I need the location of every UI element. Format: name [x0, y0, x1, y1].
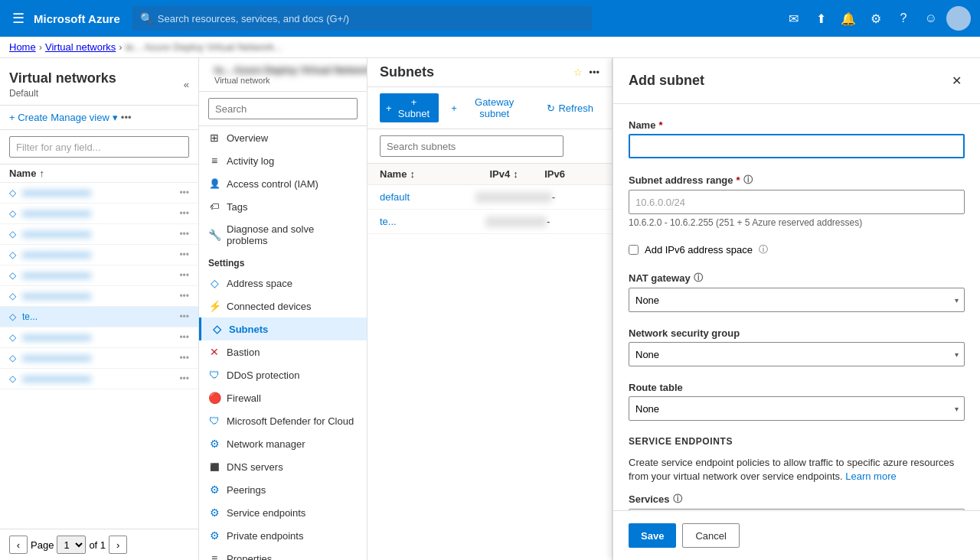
refresh-button[interactable]: ↻ Refresh: [541, 99, 599, 117]
global-search[interactable]: 🔍: [132, 6, 592, 31]
create-button[interactable]: + Create: [9, 112, 47, 123]
nav-item-peerings[interactable]: ⚙ Peerings: [199, 478, 367, 501]
cancel-button[interactable]: Cancel: [682, 523, 739, 548]
info-icon[interactable]: ⓘ: [673, 493, 682, 506]
list-item-active[interactable]: ◇ te... •••: [0, 307, 198, 327]
private-endpoints-icon: ⚙: [208, 529, 220, 542]
list-item-more[interactable]: •••: [179, 353, 189, 363]
feedback-icon[interactable]: ☺: [919, 6, 943, 31]
nav-item-bastion[interactable]: ✕ Bastion: [199, 340, 367, 363]
list-item[interactable]: ◇ xxxxxxxxxxxxxxx •••: [0, 348, 198, 369]
left-panel-collapse[interactable]: «: [184, 79, 189, 90]
list-item-name: xxxxxxxxxxxxxxx: [22, 291, 179, 301]
nav-item-network-manager[interactable]: ⚙ Network manager: [199, 432, 367, 455]
settings-icon[interactable]: ⚙: [864, 6, 888, 31]
list-item-more[interactable]: •••: [179, 332, 189, 343]
list-item[interactable]: ◇ xxxxxxxxxxxxxxx •••: [0, 183, 198, 203]
notifications-icon[interactable]: 🔔: [836, 6, 861, 31]
list-item[interactable]: ◇ xxxxxxxxxxxxxxx •••: [0, 286, 198, 307]
list-item-more[interactable]: •••: [179, 187, 189, 198]
list-item-more[interactable]: •••: [179, 208, 189, 219]
list-item-more[interactable]: •••: [179, 311, 189, 322]
sort-icon[interactable]: ↕: [513, 168, 518, 180]
nav-item-private-endpoints[interactable]: ⚙ Private endpoints: [199, 524, 367, 547]
next-page-button[interactable]: ›: [109, 536, 127, 554]
filter-box: [0, 130, 198, 164]
nav-item-activity-log[interactable]: ≡ Activity log: [199, 149, 367, 172]
hamburger-menu[interactable]: ☰: [9, 7, 28, 30]
table-row[interactable]: default -: [368, 185, 612, 210]
vnet-icon: ◇: [9, 373, 16, 384]
list-item[interactable]: ◇ xxxxxxxxxxxxxxx •••: [0, 369, 198, 389]
vnet-icon: ◇: [9, 311, 16, 322]
left-panel: Virtual networks Default « + Create Mana…: [0, 58, 199, 560]
more-options-icon[interactable]: •••: [589, 67, 599, 78]
nav-search-input[interactable]: [208, 98, 358, 119]
list-item-more[interactable]: •••: [179, 373, 189, 384]
subnet-address-input[interactable]: [629, 190, 965, 214]
nav-item-overview[interactable]: ⊞ Overview: [199, 126, 367, 149]
nav-item-tags[interactable]: 🏷 Tags: [199, 195, 367, 218]
connected-devices-icon: ⚡: [208, 300, 220, 312]
email-icon[interactable]: ✉: [781, 6, 805, 31]
list-item-name: xxxxxxxxxxxxxxx: [22, 332, 179, 343]
ipv6-checkbox[interactable]: [629, 245, 639, 255]
nav-item-subnets[interactable]: ◇ Subnets: [199, 317, 367, 340]
list-item[interactable]: ◇ xxxxxxxxxxxxxxx •••: [0, 327, 198, 348]
cell-name: default: [380, 191, 475, 203]
list-item[interactable]: ◇ xxxxxxxxxxxxxxx •••: [0, 224, 198, 245]
cloud-upload-icon[interactable]: ⬆: [808, 6, 833, 31]
gateway-subnet-button[interactable]: + Gateway subnet: [445, 93, 534, 122]
table-row[interactable]: te... -: [368, 210, 612, 234]
list-item-name: xxxxxxxxxxxxxxx: [22, 229, 179, 239]
info-icon[interactable]: ⓘ: [743, 174, 753, 187]
filter-input[interactable]: [9, 136, 189, 158]
prev-page-button[interactable]: ‹: [9, 536, 28, 554]
info-icon[interactable]: ⓘ: [694, 272, 703, 285]
nav-item-address-space[interactable]: ◇ Address space: [199, 272, 367, 295]
manage-view-button[interactable]: Manage view ▾: [51, 112, 118, 123]
list-item-more[interactable]: •••: [179, 249, 189, 260]
nsg-select[interactable]: None: [629, 342, 965, 366]
nav-item-dns[interactable]: ⬛ DNS servers: [199, 455, 367, 478]
page-select[interactable]: 1: [57, 536, 86, 554]
more-options-icon[interactable]: •••: [121, 112, 132, 123]
add-subnet-button[interactable]: + + Subnet: [380, 93, 439, 122]
close-button[interactable]: ✕: [949, 70, 965, 91]
breadcrumb-vnet[interactable]: Virtual networks: [45, 41, 116, 53]
nav-item-service-endpoints[interactable]: ⚙ Service endpoints: [199, 501, 367, 524]
list-item-more[interactable]: •••: [179, 229, 189, 239]
learn-more-link[interactable]: Learn more: [845, 470, 896, 482]
sort-icon[interactable]: ↑: [39, 168, 44, 179]
help-icon[interactable]: ?: [891, 6, 916, 31]
nav-item-iam[interactable]: 👤 Access control (IAM): [199, 172, 367, 195]
info-icon[interactable]: ⓘ: [759, 243, 768, 256]
list-item[interactable]: ◇ xxxxxxxxxxxxxxx •••: [0, 245, 198, 265]
nav-item-diagnose[interactable]: 🔧 Diagnose and solve problems: [199, 218, 367, 252]
save-button[interactable]: Save: [629, 523, 676, 548]
ipv6-checkbox-group: Add IPv6 address space ⓘ: [629, 243, 965, 256]
nav-item-firewall[interactable]: 🔴 Firewall: [199, 386, 367, 409]
nav-item-connected-devices[interactable]: ⚡ Connected devices: [199, 295, 367, 317]
list-item-more[interactable]: •••: [179, 291, 189, 301]
list-item-name: xxxxxxxxxxxxxxx: [22, 373, 179, 384]
nav-item-properties[interactable]: ≡ Properties: [199, 547, 367, 560]
nav-item-defender[interactable]: 🛡 Microsoft Defender for Cloud: [199, 409, 367, 432]
list-item-more[interactable]: •••: [179, 270, 189, 281]
services-select[interactable]: 0 selected: [629, 509, 965, 510]
global-search-input[interactable]: [158, 13, 584, 24]
list-item[interactable]: ◇ xxxxxxxxxxxxxxx •••: [0, 203, 198, 224]
favorite-icon[interactable]: ☆: [573, 67, 583, 78]
right-panel-header: Add subnet ✕: [613, 58, 980, 104]
sort-icon[interactable]: ↕: [410, 168, 415, 180]
list-item[interactable]: ◇ xxxxxxxxxxxxxxx •••: [0, 265, 198, 286]
user-avatar[interactable]: [946, 6, 971, 31]
route-table-select[interactable]: None: [629, 396, 965, 421]
nav-item-ddos[interactable]: 🛡 DDoS protection: [199, 363, 367, 386]
subnet-search-input[interactable]: [380, 135, 564, 157]
breadcrumb-home[interactable]: Home: [9, 41, 36, 53]
plus-icon: +: [386, 103, 392, 114]
name-input[interactable]: [629, 134, 965, 158]
nat-gateway-select[interactable]: None: [629, 288, 965, 312]
services-select-wrapper: 0 selected ▾: [629, 509, 965, 510]
